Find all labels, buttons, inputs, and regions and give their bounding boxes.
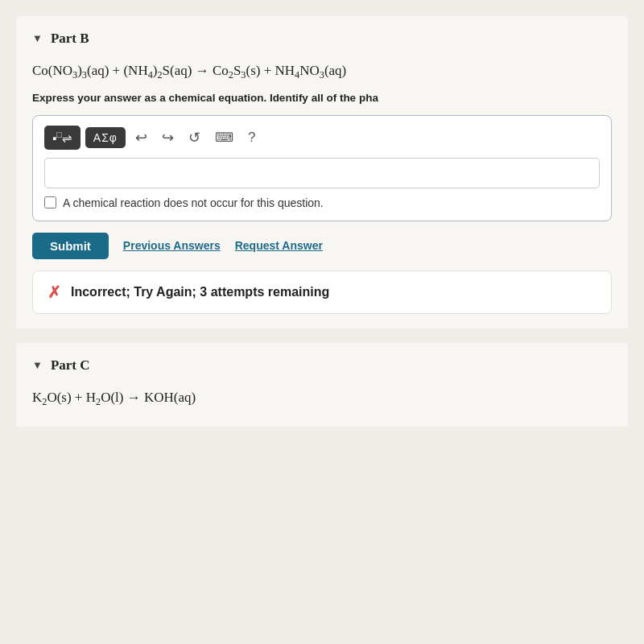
part-b-equation: Co(NO3)3(aq) + (NH4)2S(aq) → Co2S3(s) + … xyxy=(32,60,612,84)
part-c-header: ▼ Part C xyxy=(32,357,612,374)
submit-button[interactable]: Submit xyxy=(32,233,109,259)
keyboard-button[interactable]: ⌨ xyxy=(210,127,238,147)
part-b-header: ▼ Part B xyxy=(32,31,612,47)
part-c-label: Part C xyxy=(51,357,90,374)
part-b-label: Part B xyxy=(51,31,89,47)
answer-input[interactable] xyxy=(44,158,600,188)
answer-box: ▪□⇌ ΑΣφ ↩ ↪ ↺ ⌨ ? A chemical re xyxy=(32,115,612,221)
help-button[interactable]: ? xyxy=(243,127,260,148)
redo-icon: ↪ xyxy=(162,130,174,146)
incorrect-icon: ✗ xyxy=(47,283,61,302)
symbol-label: ΑΣφ xyxy=(93,131,118,144)
chevron-down-icon: ▼ xyxy=(32,32,43,45)
actions-row: Submit Previous Answers Request Answer xyxy=(32,233,612,259)
superscript-button[interactable]: ▪□⇌ xyxy=(44,126,80,150)
no-reaction-checkbox[interactable] xyxy=(44,196,56,208)
undo-icon: ↩ xyxy=(135,130,147,146)
feedback-box: ✗ Incorrect; Try Again; 3 attempts remai… xyxy=(32,270,612,314)
help-icon: ? xyxy=(248,130,255,145)
part-b-instruction: Express your answer as a chemical equati… xyxy=(32,92,612,104)
undo-button[interactable]: ↩ xyxy=(130,126,152,149)
part-c-section: ▼ Part C K2O(s) + H2O(l) → KOH(aq) xyxy=(16,343,628,427)
toolbar: ▪□⇌ ΑΣφ ↩ ↪ ↺ ⌨ ? xyxy=(44,126,600,150)
part-c-equation: K2O(s) + H2O(l) → KOH(aq) xyxy=(32,386,612,411)
request-answer-button[interactable]: Request Answer xyxy=(235,239,323,252)
refresh-icon: ↺ xyxy=(188,130,200,146)
feedback-message: Incorrect; Try Again; 3 attempts remaini… xyxy=(71,285,329,299)
superscript-icon: ▪□⇌ xyxy=(52,130,72,146)
alpha-sigma-phi-button[interactable]: ΑΣφ xyxy=(85,127,126,148)
chevron-down-icon-c: ▼ xyxy=(32,359,43,372)
no-reaction-row: A chemical reaction does not occur for t… xyxy=(44,196,600,209)
previous-answers-button[interactable]: Previous Answers xyxy=(123,239,221,252)
keyboard-icon: ⌨ xyxy=(215,130,233,144)
refresh-button[interactable]: ↺ xyxy=(184,126,205,149)
no-reaction-label: A chemical reaction does not occur for t… xyxy=(63,196,324,209)
redo-button[interactable]: ↪ xyxy=(157,126,179,149)
part-b-section: ▼ Part B Co(NO3)3(aq) + (NH4)2S(aq) → Co… xyxy=(16,16,628,328)
